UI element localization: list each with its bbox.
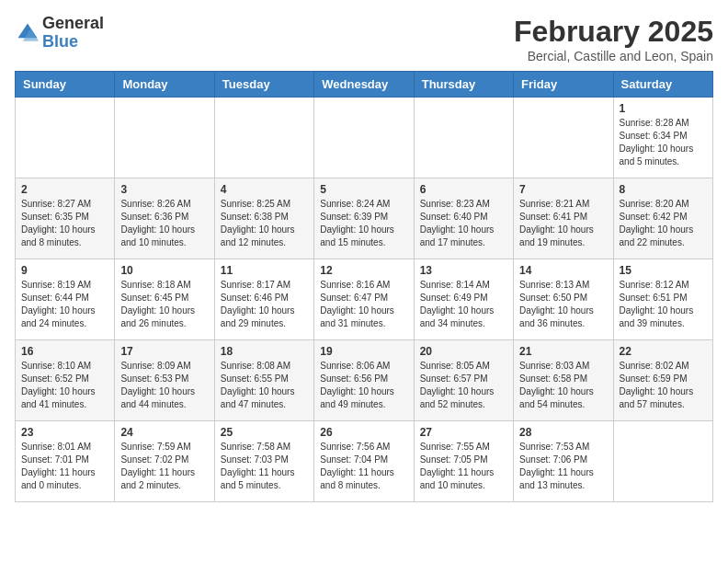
day-number: 12 [320, 264, 407, 277]
calendar-cell [613, 421, 712, 502]
day-info: Sunrise: 8:03 AM Sunset: 6:58 PM Dayligh… [519, 360, 607, 411]
day-number: 17 [120, 345, 208, 358]
day-info: Sunrise: 8:28 AM Sunset: 6:34 PM Dayligh… [620, 117, 707, 168]
day-info: Sunrise: 8:24 AM Sunset: 6:39 PM Dayligh… [320, 198, 407, 249]
day-info: Sunrise: 8:17 AM Sunset: 6:46 PM Dayligh… [221, 279, 308, 330]
calendar-cell: 14Sunrise: 8:13 AM Sunset: 6:50 PM Dayli… [514, 259, 613, 340]
weekday-header: Wednesday [314, 72, 414, 98]
weekday-header: Thursday [414, 72, 513, 98]
calendar: SundayMondayTuesdayWednesdayThursdayFrid… [15, 71, 713, 502]
calendar-cell: 22Sunrise: 8:02 AM Sunset: 6:59 PM Dayli… [613, 340, 712, 421]
calendar-body: 1Sunrise: 8:28 AM Sunset: 6:34 PM Daylig… [16, 98, 713, 502]
calendar-cell: 21Sunrise: 8:03 AM Sunset: 6:58 PM Dayli… [514, 340, 613, 421]
day-info: Sunrise: 7:53 AM Sunset: 7:06 PM Dayligh… [519, 441, 607, 492]
day-info: Sunrise: 8:16 AM Sunset: 6:47 PM Dayligh… [320, 279, 407, 330]
day-number: 26 [320, 426, 407, 439]
day-number: 4 [221, 183, 308, 196]
calendar-cell: 4Sunrise: 8:25 AM Sunset: 6:38 PM Daylig… [214, 178, 313, 259]
day-info: Sunrise: 8:12 AM Sunset: 6:51 PM Dayligh… [620, 279, 707, 330]
calendar-cell: 27Sunrise: 7:55 AM Sunset: 7:05 PM Dayli… [414, 421, 513, 502]
logo-general: General [42, 15, 104, 33]
day-number: 8 [620, 183, 707, 196]
calendar-week: 9Sunrise: 8:19 AM Sunset: 6:44 PM Daylig… [16, 259, 713, 340]
day-info: Sunrise: 8:10 AM Sunset: 6:52 PM Dayligh… [21, 360, 108, 411]
calendar-header: SundayMondayTuesdayWednesdayThursdayFrid… [16, 72, 713, 98]
calendar-cell: 8Sunrise: 8:20 AM Sunset: 6:42 PM Daylig… [613, 178, 712, 259]
day-number: 19 [320, 345, 407, 358]
calendar-cell [16, 98, 115, 178]
calendar-cell: 28Sunrise: 7:53 AM Sunset: 7:06 PM Dayli… [514, 421, 613, 502]
day-info: Sunrise: 8:19 AM Sunset: 6:44 PM Dayligh… [21, 279, 108, 330]
day-info: Sunrise: 7:59 AM Sunset: 7:02 PM Dayligh… [120, 441, 208, 492]
calendar-cell: 12Sunrise: 8:16 AM Sunset: 6:47 PM Dayli… [314, 259, 414, 340]
month-title: February 2025 [514, 15, 713, 49]
calendar-cell: 19Sunrise: 8:06 AM Sunset: 6:56 PM Dayli… [314, 340, 414, 421]
calendar-cell: 11Sunrise: 8:17 AM Sunset: 6:46 PM Dayli… [214, 259, 313, 340]
location: Bercial, Castille and Leon, Spain [514, 49, 713, 63]
day-number: 15 [620, 264, 707, 277]
logo-icon [15, 20, 40, 46]
day-number: 28 [519, 426, 607, 439]
calendar-cell: 25Sunrise: 7:58 AM Sunset: 7:03 PM Dayli… [214, 421, 313, 502]
page-header: General Blue February 2025 Bercial, Cast… [15, 15, 713, 63]
weekday-header: Friday [514, 72, 613, 98]
day-info: Sunrise: 8:21 AM Sunset: 6:41 PM Dayligh… [519, 198, 607, 249]
day-number: 3 [120, 183, 208, 196]
calendar-week: 2Sunrise: 8:27 AM Sunset: 6:35 PM Daylig… [16, 178, 713, 259]
day-number: 2 [21, 183, 108, 196]
day-number: 10 [120, 264, 208, 277]
day-info: Sunrise: 8:06 AM Sunset: 6:56 PM Dayligh… [320, 360, 407, 411]
weekday-header: Monday [115, 72, 214, 98]
day-info: Sunrise: 7:55 AM Sunset: 7:05 PM Dayligh… [420, 441, 507, 492]
day-number: 20 [420, 345, 507, 358]
day-number: 9 [21, 264, 108, 277]
calendar-cell [115, 98, 214, 178]
calendar-cell: 17Sunrise: 8:09 AM Sunset: 6:53 PM Dayli… [115, 340, 214, 421]
calendar-cell: 16Sunrise: 8:10 AM Sunset: 6:52 PM Dayli… [16, 340, 115, 421]
day-number: 5 [320, 183, 407, 196]
day-number: 27 [420, 426, 507, 439]
day-number: 14 [519, 264, 607, 277]
calendar-cell: 3Sunrise: 8:26 AM Sunset: 6:36 PM Daylig… [115, 178, 214, 259]
day-number: 7 [519, 183, 607, 196]
calendar-cell: 13Sunrise: 8:14 AM Sunset: 6:49 PM Dayli… [414, 259, 513, 340]
calendar-cell: 23Sunrise: 8:01 AM Sunset: 7:01 PM Dayli… [16, 421, 115, 502]
calendar-cell: 26Sunrise: 7:56 AM Sunset: 7:04 PM Dayli… [314, 421, 414, 502]
calendar-week: 16Sunrise: 8:10 AM Sunset: 6:52 PM Dayli… [16, 340, 713, 421]
day-info: Sunrise: 8:23 AM Sunset: 6:40 PM Dayligh… [420, 198, 507, 249]
calendar-cell [214, 98, 313, 178]
day-info: Sunrise: 8:14 AM Sunset: 6:49 PM Dayligh… [420, 279, 507, 330]
day-info: Sunrise: 7:58 AM Sunset: 7:03 PM Dayligh… [221, 441, 308, 492]
weekday-header: Sunday [16, 72, 115, 98]
day-number: 1 [620, 102, 707, 115]
title-block: February 2025 Bercial, Castille and Leon… [514, 15, 713, 63]
day-info: Sunrise: 8:08 AM Sunset: 6:55 PM Dayligh… [221, 360, 308, 411]
day-number: 24 [120, 426, 208, 439]
day-info: Sunrise: 8:05 AM Sunset: 6:57 PM Dayligh… [420, 360, 507, 411]
day-number: 21 [519, 345, 607, 358]
calendar-cell: 10Sunrise: 8:18 AM Sunset: 6:45 PM Dayli… [115, 259, 214, 340]
calendar-cell: 18Sunrise: 8:08 AM Sunset: 6:55 PM Dayli… [214, 340, 313, 421]
day-number: 11 [221, 264, 308, 277]
day-info: Sunrise: 8:20 AM Sunset: 6:42 PM Dayligh… [620, 198, 707, 249]
calendar-cell: 24Sunrise: 7:59 AM Sunset: 7:02 PM Dayli… [115, 421, 214, 502]
day-info: Sunrise: 8:27 AM Sunset: 6:35 PM Dayligh… [21, 198, 108, 249]
day-info: Sunrise: 8:01 AM Sunset: 7:01 PM Dayligh… [21, 441, 108, 492]
day-number: 23 [21, 426, 108, 439]
calendar-cell: 15Sunrise: 8:12 AM Sunset: 6:51 PM Dayli… [613, 259, 712, 340]
day-info: Sunrise: 8:26 AM Sunset: 6:36 PM Dayligh… [120, 198, 208, 249]
day-number: 16 [21, 345, 108, 358]
calendar-cell: 9Sunrise: 8:19 AM Sunset: 6:44 PM Daylig… [16, 259, 115, 340]
logo-blue: Blue [42, 33, 104, 52]
calendar-cell: 1Sunrise: 8:28 AM Sunset: 6:34 PM Daylig… [613, 98, 712, 178]
calendar-cell: 2Sunrise: 8:27 AM Sunset: 6:35 PM Daylig… [16, 178, 115, 259]
logo: General Blue [15, 15, 104, 52]
day-info: Sunrise: 8:09 AM Sunset: 6:53 PM Dayligh… [120, 360, 208, 411]
weekday-header: Saturday [613, 72, 712, 98]
day-number: 6 [420, 183, 507, 196]
weekday-header: Tuesday [214, 72, 313, 98]
day-info: Sunrise: 8:18 AM Sunset: 6:45 PM Dayligh… [120, 279, 208, 330]
calendar-cell [414, 98, 513, 178]
day-number: 25 [221, 426, 308, 439]
day-info: Sunrise: 7:56 AM Sunset: 7:04 PM Dayligh… [320, 441, 407, 492]
